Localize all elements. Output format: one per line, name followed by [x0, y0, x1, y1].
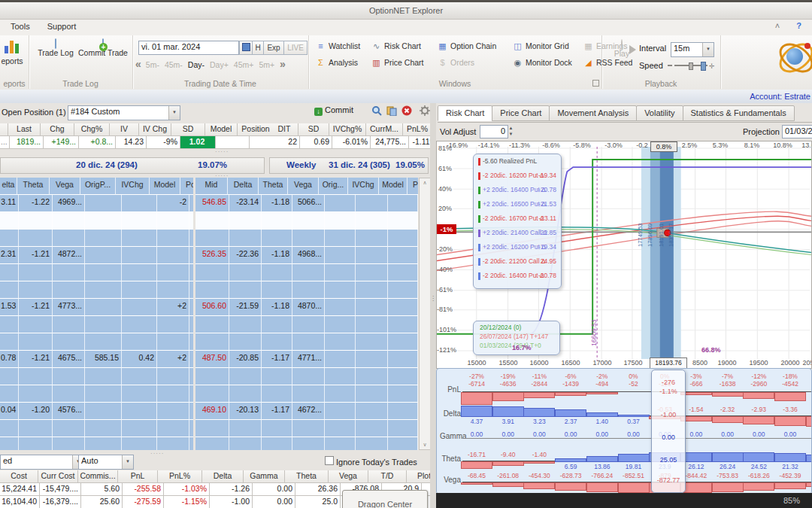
option-leg-row[interactable]: [0, 437, 193, 450]
time-step-5mplus[interactable]: 5m+: [259, 60, 274, 69]
play-button[interactable]: Play: [609, 40, 635, 58]
option-leg-row[interactable]: 1.53-1.214773...+2: [0, 299, 193, 316]
windows-item-option-chain[interactable]: ▦Option Chain: [438, 41, 496, 54]
option-leg-row[interactable]: [195, 230, 418, 247]
option-leg-row[interactable]: 0.04-1.204576...: [0, 403, 193, 420]
option-leg-row[interactable]: [0, 230, 193, 247]
expiry-header-left[interactable]: 20 dic. 24 (294) 19.07%: [0, 157, 265, 174]
delete-icon[interactable]: [401, 105, 412, 117]
tab-volatility[interactable]: Volatility: [636, 105, 683, 121]
tab-statistics-fundamentals[interactable]: Statistics & Fundamentals: [683, 105, 795, 121]
option-leg-row[interactable]: [0, 264, 193, 281]
tab-movement-analysis[interactable]: Movement Analysis: [549, 105, 637, 121]
option-leg-row[interactable]: [0, 385, 193, 403]
option-leg-row[interactable]: [0, 420, 193, 437]
windows-item-watchlist[interactable]: ≡Watchlist: [316, 41, 360, 54]
settings-gear-icon[interactable]: [420, 105, 430, 117]
option-leg-row[interactable]: 487.50-20.85-1.174771...: [195, 351, 418, 368]
windows-item-monitor-grid[interactable]: ◫Monitor Grid: [513, 41, 569, 54]
vol-adjust-input[interactable]: 0: [480, 125, 508, 138]
exp-button[interactable]: Exp: [263, 41, 284, 55]
calendar-icon[interactable]: [239, 41, 253, 55]
vol-adjust-spinner[interactable]: ▲▼: [507, 125, 515, 138]
trading-date-input[interactable]: vi. 01 mar. 2024: [138, 41, 239, 55]
windows-item-orders[interactable]: $Orders: [438, 58, 474, 71]
interval-select[interactable]: 15m▼: [671, 42, 714, 57]
option-leg-row[interactable]: [0, 281, 193, 299]
cell: [85, 299, 122, 316]
option-leg-row[interactable]: [195, 385, 418, 403]
windows-item-analysis[interactable]: ΣAnalysis: [316, 58, 358, 71]
risk-chart-plot[interactable]: -16.9%-14.1%-11.3%-8.6%-5.8%-3.0%-0.22.5…: [436, 141, 812, 369]
greek-value-label: -753.83: [712, 472, 744, 479]
option-leg-row[interactable]: [195, 281, 418, 299]
option-leg-row[interactable]: [0, 212, 193, 230]
strategy-select[interactable]: #184 Custom▼: [68, 105, 180, 120]
option-leg-row[interactable]: [195, 212, 418, 230]
option-leg-row[interactable]: 0.78-1.214675...585.150.42+2-2: [0, 351, 193, 368]
commit-button[interactable]: ↓ Commit: [314, 105, 353, 116]
cell: [356, 230, 388, 247]
option-leg-row[interactable]: [195, 333, 418, 351]
time-step-Dayminus[interactable]: Day-: [188, 60, 205, 69]
windows-item-price-chart[interactable]: ▥Price Chart: [371, 58, 424, 71]
option-leg-row[interactable]: 546.85-23.14-1.185066...: [195, 195, 418, 212]
drag-handle[interactable]: ·····: [215, 148, 229, 155]
option-leg-row[interactable]: [195, 437, 418, 450]
option-leg-row[interactable]: [195, 420, 418, 437]
option-leg-row[interactable]: 506.60-21.59-1.184870...: [195, 299, 418, 316]
option-leg-row[interactable]: [195, 264, 418, 281]
prev-day-button[interactable]: «: [135, 58, 141, 70]
hour-button[interactable]: H: [252, 41, 264, 55]
option-leg-row[interactable]: [0, 333, 193, 351]
option-leg-row[interactable]: 2.31-1.214872...: [0, 247, 193, 264]
menu-tools[interactable]: Tools: [3, 20, 38, 33]
cell: [262, 264, 292, 281]
time-step-5mminus[interactable]: 5m-: [146, 60, 159, 69]
projection-date-input[interactable]: 01/03/20: [782, 125, 812, 138]
next-day-button[interactable]: »: [280, 58, 286, 70]
option-leg-row[interactable]: 3.11-1.224969...-2: [0, 195, 193, 212]
speed-slider[interactable]: ✛: [668, 61, 714, 70]
tab-risk-chart[interactable]: Risk Chart: [438, 105, 492, 121]
time-step-45mplus[interactable]: 45m+: [234, 60, 254, 69]
window-titlebar[interactable]: OptionNET Explorer: [0, 2, 812, 20]
help-icon[interactable]: ?: [796, 21, 801, 30]
option-leg-row[interactable]: 469.10-20.13-1.174672...: [195, 403, 418, 420]
option-leg-row[interactable]: [195, 316, 418, 333]
commit-trade-button[interactable]: + Commit Trade: [78, 39, 128, 57]
drag-handle[interactable]: ·····: [150, 450, 164, 457]
windows-item-monitor-dock[interactable]: ◉Monitor Dock: [513, 58, 572, 71]
expiry-header-right[interactable]: Weekly 31 dic. 24 (305) 19.05%: [269, 157, 429, 174]
trade-log-button[interactable]: Trade Log: [35, 39, 77, 57]
collapse-ribbon-icon[interactable]: ˄: [775, 21, 780, 30]
reports-button[interactable]: eports: [0, 40, 27, 65]
table-row[interactable]: 220.69-6.01%24,775...-1.11%: [271, 136, 427, 149]
speed-slider-handle[interactable]: [701, 62, 706, 71]
ignore-todays-trades-checkbox[interactable]: Ignore Today's Trades: [325, 456, 417, 467]
menu-support[interactable]: Support: [40, 20, 84, 33]
option-leg-row[interactable]: 526.35-22.36-1.184968...: [195, 247, 418, 264]
greek-bar: [774, 482, 806, 489]
cell: 25.0: [295, 496, 341, 508]
cell: [195, 420, 229, 437]
panel-splitter[interactable]: ⋮: [430, 103, 436, 508]
live-button[interactable]: LIVE: [283, 41, 308, 55]
auto-select[interactable]: Auto▼: [78, 455, 134, 470]
windows-item-label: Orders: [450, 58, 474, 67]
option-leg-row[interactable]: [0, 316, 193, 333]
pnl-mode-select[interactable]: ed▼: [0, 455, 84, 470]
tab-price-chart[interactable]: Price Chart: [492, 105, 550, 121]
legs-grid-scrollbar[interactable]: ∧∨: [419, 178, 431, 450]
legend-bar-icon: [478, 215, 480, 223]
time-step-Dayplus[interactable]: Day+: [210, 60, 229, 69]
option-leg-row[interactable]: [195, 368, 418, 385]
find-icon[interactable]: [371, 105, 382, 117]
windows-item-risk-chart[interactable]: ∿Risk Chart: [371, 41, 421, 54]
table-row[interactable]: ...1819...+149...+0.8...14.23-9%1.02: [0, 136, 260, 149]
option-leg-row[interactable]: [0, 368, 193, 385]
trade-cards-icon[interactable]: [386, 105, 397, 117]
time-step-45mminus[interactable]: 45m-: [165, 60, 183, 69]
cell: [189, 403, 193, 420]
windows-dialog-launcher-icon[interactable]: [592, 80, 599, 87]
